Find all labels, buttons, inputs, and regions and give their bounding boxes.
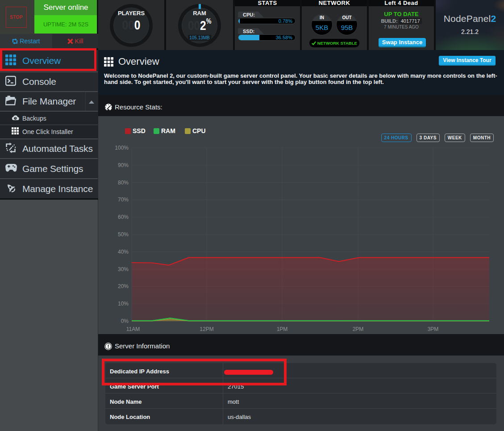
- svg-text:40%: 40%: [118, 249, 129, 255]
- svg-text:3PM: 3PM: [428, 326, 439, 332]
- svg-text:2PM: 2PM: [353, 326, 364, 332]
- svg-text:0%: 0%: [121, 318, 129, 324]
- svg-text:20%: 20%: [118, 283, 129, 289]
- svg-text:30%: 30%: [118, 266, 129, 272]
- svg-text:50%: 50%: [118, 231, 129, 238]
- svg-text:100%: 100%: [115, 145, 129, 151]
- svg-text:1PM: 1PM: [277, 326, 288, 332]
- svg-text:10%: 10%: [118, 301, 129, 307]
- svg-text:60%: 60%: [118, 214, 129, 220]
- svg-text:80%: 80%: [118, 180, 129, 186]
- svg-text:90%: 90%: [118, 162, 129, 168]
- svg-text:70%: 70%: [118, 197, 129, 203]
- svg-text:12PM: 12PM: [200, 326, 213, 332]
- svg-text:11AM: 11AM: [126, 326, 140, 332]
